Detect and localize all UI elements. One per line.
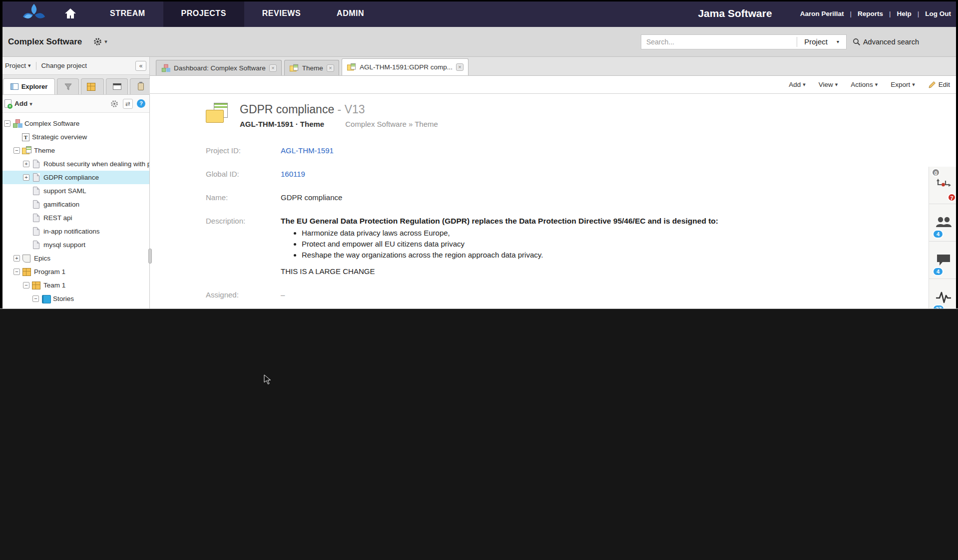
set-grid-icon [31, 281, 41, 289]
main-nav: STREAM PROJECTS REVIEWS ADMIN [92, 0, 382, 27]
search-input[interactable] [641, 38, 797, 46]
change-project-link[interactable]: Change project [41, 62, 87, 69]
close-icon[interactable]: × [269, 64, 277, 72]
view-menu[interactable]: View [819, 81, 838, 88]
item-toolbar: Add View Actions Export Edit [150, 76, 958, 94]
add-menu[interactable]: Add [789, 81, 806, 88]
description-value: The EU General Data Protection Regulatio… [281, 217, 718, 276]
nav-projects[interactable]: PROJECTS [163, 0, 244, 27]
close-icon[interactable]: × [327, 64, 334, 72]
tree-item-complex-software[interactable]: −Complex Software [0, 117, 149, 130]
top-nav: STREAM PROJECTS REVIEWS ADMIN Jama Softw… [0, 0, 958, 27]
advanced-search-link[interactable]: Advanced search [853, 38, 958, 46]
connected-users-panel-button[interactable]: 4 [929, 204, 958, 242]
refresh-tree-button[interactable]: ⇄ [123, 99, 133, 109]
tree-item-mysql-support[interactable]: mysql support [0, 238, 149, 252]
project-tree: −Complex Software Strategic overview −Th… [0, 113, 149, 308]
comment-bubble-icon [936, 254, 951, 267]
tree-item-team-1[interactable]: −Team 1 [0, 279, 149, 292]
collapse-toggle[interactable]: − [32, 295, 39, 302]
tree-settings-gear-icon[interactable] [110, 99, 119, 108]
document-icon [31, 241, 41, 249]
project-settings-gear-icon[interactable] [93, 37, 107, 46]
tree-item-gdpr-compliance[interactable]: +GDPR compliance [0, 171, 149, 184]
dashboard-icon [161, 64, 170, 71]
collapse-sidebar-button[interactable]: « [135, 61, 146, 71]
item-type-folder-icon [206, 103, 229, 123]
tree-item-epics[interactable]: +Epics [0, 252, 149, 265]
description-bullet: Reshape the way organizations across the… [302, 251, 718, 259]
explorer-icon [10, 83, 18, 90]
collapse-toggle[interactable]: − [23, 282, 29, 288]
tree-item-gamification[interactable]: gamification [0, 198, 149, 211]
stories-icon [41, 294, 50, 303]
users-count-badge: 4 [933, 230, 944, 239]
jama-logo-icon [20, 2, 48, 25]
nav-admin[interactable]: ADMIN [319, 0, 382, 27]
item-title: GDPR compliance - V13 [240, 103, 438, 116]
comments-count-badge: 4 [933, 267, 944, 276]
collapse-toggle[interactable]: − [4, 120, 10, 127]
tab-explorer[interactable]: Explorer [3, 78, 55, 94]
search-scope-dropdown[interactable]: Project [797, 37, 846, 46]
item-version: - V13 [338, 103, 365, 116]
tab-releases[interactable] [81, 78, 104, 94]
tab-dashboard[interactable]: Dashboard: Complex Software × [156, 60, 282, 75]
home-icon[interactable] [62, 5, 79, 22]
sidebar-project-dropdown[interactable]: Project [5, 62, 31, 69]
project-title: Complex Software [8, 37, 82, 47]
sidebar-add-row: Add ⇄ ? [0, 95, 149, 113]
app-window: STREAM PROJECTS REVIEWS ADMIN Jama Softw… [0, 0, 958, 560]
tree-item-rest-api[interactable]: REST api [0, 211, 149, 225]
breadcrumb: Complex Software » Theme [345, 120, 438, 128]
close-icon[interactable]: × [456, 63, 464, 71]
logout-link[interactable]: Log Out [912, 10, 951, 17]
user-menu[interactable]: Aaron Perillat [800, 10, 844, 17]
document-icon [31, 200, 41, 209]
collapse-toggle[interactable]: − [13, 147, 20, 154]
tab-theme[interactable]: Theme × [284, 60, 339, 75]
tree-item-robust-security[interactable]: +Robust security when dealing with pa [0, 157, 149, 171]
field-label: Global ID: [206, 170, 281, 178]
nav-reviews[interactable]: REVIEWS [244, 0, 319, 27]
project-id-link[interactable]: AGL-THM-1591 [281, 146, 334, 155]
tree-item-program-1[interactable]: −Program 1 [0, 265, 149, 279]
main-panel: Dashboard: Complex Software × Theme × AG… [150, 57, 958, 308]
item-fields: Project ID:AGL-THM-1591 Global ID:160119… [150, 146, 958, 325]
relationships-icon [935, 178, 952, 193]
folder-icon [290, 64, 298, 71]
nav-right: Jama Software Aaron Perillat Reports Hel… [698, 7, 951, 19]
edit-button[interactable]: Edit [928, 81, 950, 89]
tree-item-support-saml[interactable]: support SAML [0, 184, 149, 198]
actions-menu[interactable]: Actions [851, 81, 878, 88]
help-link[interactable]: Help [883, 10, 912, 17]
expand-toggle[interactable]: + [23, 174, 29, 181]
expand-toggle[interactable]: + [13, 255, 20, 262]
name-value: GDPR compliance [281, 193, 342, 202]
tree-item-strategic-overview[interactable]: Strategic overview [0, 130, 149, 144]
text-item-icon [22, 133, 29, 141]
comments-panel-button[interactable]: 4 [929, 242, 958, 279]
tree-item-theme[interactable]: −Theme [0, 144, 149, 157]
panel-icon [113, 83, 121, 90]
tree-item-stories[interactable]: −Stories [0, 292, 149, 305]
document-icon [31, 173, 41, 182]
reports-link[interactable]: Reports [844, 10, 883, 17]
tab-strip: Dashboard: Complex Software × Theme × AG… [150, 57, 958, 76]
tab-views[interactable] [106, 78, 128, 94]
export-menu[interactable]: Export [891, 81, 915, 88]
collapse-toggle[interactable]: − [13, 269, 20, 275]
add-item-icon [4, 99, 12, 108]
tree-item-in-app-notifications[interactable]: in-app notifications [0, 225, 149, 238]
document-icon [31, 187, 41, 195]
expand-toggle[interactable]: + [23, 161, 29, 167]
global-id-link[interactable]: 160119 [281, 170, 305, 178]
help-icon[interactable]: ? [137, 99, 145, 108]
tab-filters[interactable] [57, 78, 79, 94]
add-button[interactable]: Add [14, 100, 32, 107]
relationships-panel-button[interactable]: 0 7 [929, 167, 958, 204]
nav-stream[interactable]: STREAM [92, 0, 163, 27]
sidebar-splitter[interactable] [148, 249, 152, 264]
tab-reuse[interactable] [130, 78, 152, 94]
tab-gdpr-item[interactable]: AGL-THM-1591:GDPR comp... × [342, 58, 469, 75]
